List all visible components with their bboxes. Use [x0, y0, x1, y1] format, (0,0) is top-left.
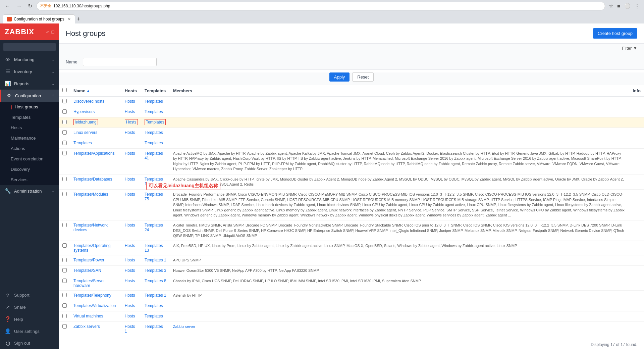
row-templates-link[interactable]: Templates 24	[145, 223, 163, 232]
sidebar-item-user-settings[interactable]: 👤 User settings	[0, 325, 59, 337]
row-name-link[interactable]: Templates/Telephony	[73, 293, 111, 298]
forward-button[interactable]: →	[15, 2, 23, 10]
member-link[interactable]: Zabbix server	[173, 325, 196, 329]
row-checkbox[interactable]	[62, 130, 67, 135]
row-hosts-link[interactable]: Hosts	[125, 223, 135, 228]
sidebar-item-actions[interactable]: Actions	[0, 143, 59, 154]
row-checkbox[interactable]	[62, 258, 67, 262]
row-templates-link[interactable]: Templates	[145, 141, 163, 145]
collapse-icon[interactable]: «	[46, 29, 49, 35]
extension-icon[interactable]: ■	[616, 2, 621, 10]
sidebar-item-templates[interactable]: Templates	[0, 112, 59, 122]
back-button[interactable]: ←	[3, 2, 12, 10]
row-name-link[interactable]: Linux servers	[73, 130, 97, 135]
row-name-link[interactable]: Templates/Operating systems	[73, 243, 111, 253]
row-hosts-link[interactable]: Hosts	[125, 192, 135, 197]
row-name-link[interactable]: Templates/Applications	[73, 151, 115, 156]
row-checkbox[interactable]	[62, 177, 67, 181]
row-templates-link[interactable]: Templates 75	[145, 192, 163, 201]
row-name-link[interactable]: Templates/Server hardware	[73, 279, 105, 288]
row-checkbox[interactable]	[62, 99, 67, 103]
name-filter-input[interactable]	[83, 58, 157, 66]
sidebar-search-input[interactable]	[3, 43, 56, 51]
sidebar-item-maintenance[interactable]: Maintenance	[0, 133, 59, 143]
row-templates-link[interactable]: Templates	[145, 130, 163, 135]
row-checkbox[interactable]	[62, 324, 67, 329]
row-checkbox[interactable]	[62, 223, 67, 227]
row-name-link[interactable]: Zabbix servers	[73, 324, 100, 329]
menu-icon[interactable]: ⋮	[634, 2, 641, 10]
active-tab[interactable]: Configuration of host groups ✕	[3, 14, 75, 23]
bookmark-icon[interactable]: ☆	[608, 2, 614, 10]
row-hosts-link[interactable]: Hosts 1	[125, 324, 135, 334]
row-templates-link[interactable]: Templates 13	[145, 243, 163, 253]
name-column-header[interactable]: Name ▲	[70, 85, 121, 96]
row-hosts-link[interactable]: Hosts	[125, 130, 135, 135]
row-name-link[interactable]: Templates/Virtualization	[73, 303, 116, 308]
row-hosts-link[interactable]: Hosts	[125, 279, 135, 283]
row-templates-link[interactable]: Templates	[145, 314, 163, 318]
sidebar-item-event-correlation[interactable]: Event correlation	[0, 154, 59, 164]
row-name-link[interactable]: Templates/SAN	[73, 268, 101, 273]
row-hosts-link[interactable]: Hosts	[125, 99, 135, 104]
address-bar[interactable]: 不安全 192.168.110.30/hostgroups.php	[37, 2, 605, 10]
sidebar-item-help[interactable]: ❓ Help	[0, 313, 59, 325]
tab-close-button[interactable]: ✕	[68, 17, 71, 21]
row-name-link[interactable]: Templates/Power	[73, 258, 104, 262]
sidebar-item-support[interactable]: ? Support	[0, 289, 59, 301]
row-name-link[interactable]: leidazhuang	[73, 119, 98, 125]
row-hosts-link[interactable]: Hosts	[125, 303, 135, 308]
row-checkbox[interactable]	[62, 243, 67, 248]
row-templates-link[interactable]: Templates	[145, 119, 166, 125]
row-hosts-link[interactable]: Hosts	[125, 293, 135, 298]
row-name-link[interactable]: Discovered hosts	[73, 99, 104, 104]
row-checkbox[interactable]	[62, 293, 67, 297]
row-hosts-link[interactable]: Hosts	[125, 243, 135, 248]
sidebar-item-sign-out[interactable]: ⏻ Sign out	[0, 337, 59, 349]
row-hosts-link[interactable]: Hosts	[125, 109, 135, 114]
row-hosts-link[interactable]: Hosts	[125, 177, 135, 182]
row-templates-link[interactable]: Templates 8	[145, 279, 166, 283]
reset-button[interactable]: Reset	[352, 72, 374, 82]
row-hosts-link[interactable]: Hosts	[125, 151, 135, 156]
row-templates-link[interactable]: Templates 1	[145, 258, 166, 262]
profile-icon[interactable]: ⚪	[623, 2, 632, 10]
row-checkbox[interactable]	[62, 279, 67, 283]
row-templates-link[interactable]: Templates	[145, 109, 163, 114]
row-checkbox[interactable]	[62, 268, 67, 272]
create-host-group-button[interactable]: Create host group	[593, 28, 637, 39]
row-templates-link[interactable]: Templates 41	[145, 151, 163, 160]
new-tab-button[interactable]: +	[75, 15, 82, 23]
select-all-checkbox[interactable]	[62, 88, 67, 92]
apply-button[interactable]: Apply	[329, 72, 350, 82]
sidebar-item-host-groups[interactable]: Host groups	[0, 102, 59, 112]
sidebar-item-discovery[interactable]: Discovery	[0, 164, 59, 174]
row-name-link[interactable]: Templates/Databases	[73, 177, 112, 182]
row-templates-link[interactable]: Templates	[145, 303, 163, 308]
sidebar-item-services[interactable]: Services	[0, 174, 59, 185]
row-templates-link[interactable]: Templates 3	[145, 268, 166, 273]
row-checkbox[interactable]	[62, 151, 67, 155]
row-hosts-link[interactable]: Hosts	[125, 314, 135, 318]
row-name-link[interactable]: Templates/Modules	[73, 192, 108, 197]
row-checkbox[interactable]	[62, 141, 67, 145]
row-name-link[interactable]: Templates	[73, 141, 92, 145]
row-hosts-link[interactable]: Hosts	[125, 119, 138, 125]
sidebar-item-inventory[interactable]: ☰ Inventory ⌄	[0, 65, 59, 78]
refresh-button[interactable]: ↻	[26, 2, 34, 10]
row-checkbox[interactable]	[62, 192, 67, 196]
row-hosts-link[interactable]: Hosts	[125, 258, 135, 262]
row-checkbox[interactable]	[62, 303, 67, 308]
row-name-link[interactable]: Hypervisors	[73, 109, 95, 114]
row-checkbox[interactable]	[62, 314, 67, 318]
sidebar-item-configuration[interactable]: ⚙ Configuration ⌃	[0, 90, 59, 102]
row-name-link[interactable]: Virtual machines	[73, 314, 103, 318]
row-templates-link[interactable]: Templates 14	[145, 177, 163, 186]
sidebar-item-hosts[interactable]: Hosts	[0, 122, 59, 133]
row-name-link[interactable]: Templates/Network devices	[73, 223, 108, 232]
row-checkbox[interactable]	[62, 120, 67, 124]
expand-icon[interactable]: □	[52, 29, 54, 35]
row-templates-link[interactable]: Templates	[145, 324, 163, 329]
row-checkbox[interactable]	[62, 109, 67, 114]
filter-toggle-button[interactable]: Filter ▼	[622, 46, 637, 51]
